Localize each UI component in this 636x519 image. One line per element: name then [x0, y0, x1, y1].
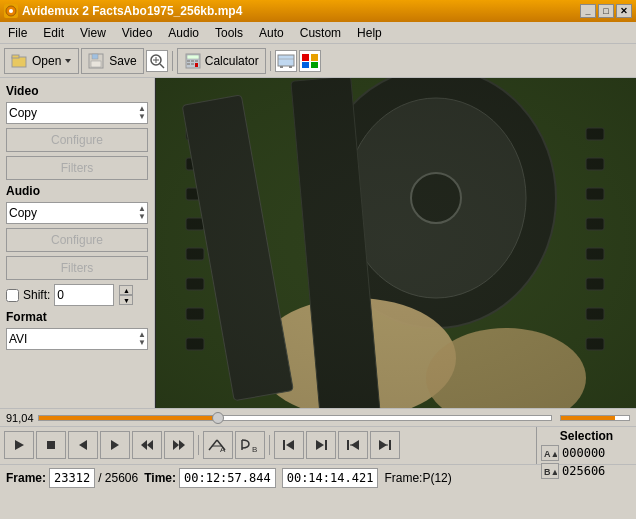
color-button[interactable]: [299, 50, 321, 72]
open-icon: [11, 53, 29, 69]
fast-forward-icon: [172, 439, 186, 451]
stop-button[interactable]: [36, 431, 66, 459]
svg-rect-22: [280, 66, 283, 68]
video-preview: [155, 78, 636, 408]
play-button[interactable]: [4, 431, 34, 459]
svg-rect-23: [289, 66, 292, 68]
menu-auto[interactable]: Auto: [251, 24, 292, 42]
time-label: Time:: [144, 471, 176, 485]
svg-marker-53: [15, 440, 24, 450]
shift-row: Shift: ▲ ▼: [6, 284, 148, 306]
calculator-button[interactable]: Calculator: [177, 48, 266, 74]
seek-thumb[interactable]: [212, 412, 224, 424]
video-filters-button[interactable]: Filters: [6, 156, 148, 180]
svg-marker-68: [286, 440, 294, 450]
selection-b-row: B▲ 025606: [541, 463, 632, 479]
svg-rect-6: [92, 54, 98, 59]
menu-bar: File Edit View Video Audio Tools Auto Cu…: [0, 22, 636, 44]
seek-fill-right: [561, 416, 615, 420]
menu-edit[interactable]: Edit: [35, 24, 72, 42]
svg-marker-70: [316, 440, 324, 450]
svg-rect-15: [191, 60, 194, 62]
mark-b-button[interactable]: B: [235, 431, 265, 459]
left-panel: Video Copy ▲▼ Configure Filters Audio Co…: [0, 78, 155, 408]
svg-rect-7: [91, 61, 101, 67]
svg-rect-20: [278, 55, 294, 66]
go-start-button[interactable]: [274, 431, 304, 459]
zoom-icon: [149, 53, 165, 69]
svg-rect-19: [195, 63, 198, 67]
frame-type-field: Frame:P(12): [384, 471, 451, 485]
selection-b-value: 025606: [562, 464, 605, 478]
mark-b-icon: B: [239, 438, 261, 452]
open-dropdown-icon: [64, 57, 72, 65]
window-title: Avidemux 2 FactsAbo1975_256kb.mp4: [22, 4, 242, 18]
shift-up-button[interactable]: ▲: [119, 285, 133, 295]
seek-bar-right[interactable]: [560, 415, 630, 421]
preview-image: [156, 78, 636, 408]
mark-a-icon: A: [207, 438, 229, 452]
format-select[interactable]: AVI: [6, 328, 148, 350]
frame-label: Frame:: [6, 471, 46, 485]
selection-a-value: 000000: [562, 446, 605, 460]
time-field: Time: 00:12:57.844: [144, 468, 276, 488]
menu-custom[interactable]: Custom: [292, 24, 349, 42]
minimize-button[interactable]: _: [580, 4, 596, 18]
svg-marker-57: [141, 440, 147, 450]
prev-keyframe-icon: [346, 439, 360, 451]
toolbar-separator-2: [270, 51, 271, 71]
next-keyframe-icon: [378, 439, 392, 451]
close-button[interactable]: ✕: [616, 4, 632, 18]
open-button[interactable]: Open: [4, 48, 79, 74]
shift-input[interactable]: [54, 284, 114, 306]
video-configure-button[interactable]: Configure: [6, 128, 148, 152]
menu-help[interactable]: Help: [349, 24, 390, 42]
shift-checkbox[interactable]: [6, 289, 19, 302]
play-icon: [13, 439, 25, 451]
prev-keyframe-button[interactable]: [338, 431, 368, 459]
zoom-button[interactable]: [146, 50, 168, 72]
svg-marker-60: [179, 440, 185, 450]
save-button[interactable]: Save: [81, 48, 143, 74]
format-section-label: Format: [6, 310, 148, 324]
calculator-icon: [184, 53, 202, 69]
selection-title: Selection: [541, 429, 632, 443]
title-bar: Avidemux 2 FactsAbo1975_256kb.mp4 _ □ ✕: [0, 0, 636, 22]
maximize-button[interactable]: □: [598, 4, 614, 18]
menu-tools[interactable]: Tools: [207, 24, 251, 42]
prev-frame-button[interactable]: [68, 431, 98, 459]
transport-sep-1: [198, 435, 199, 455]
go-end-button[interactable]: [306, 431, 336, 459]
shift-down-button[interactable]: ▼: [119, 295, 133, 305]
frame-value: 23312: [49, 468, 95, 488]
audio-filters-button[interactable]: Filters: [6, 256, 148, 280]
seek-position-label: 91,04: [6, 412, 34, 424]
video-codec-select[interactable]: Copy: [6, 102, 148, 124]
menu-audio[interactable]: Audio: [160, 24, 207, 42]
settings-button[interactable]: [275, 50, 297, 72]
svg-rect-3: [12, 55, 19, 58]
time-value: 00:12:57.844: [179, 468, 276, 488]
svg-marker-4: [65, 59, 71, 63]
menu-video[interactable]: Video: [114, 24, 160, 42]
selection-a-badge: A▲: [541, 445, 559, 461]
seek-bar[interactable]: [38, 415, 552, 421]
settings-icon: [277, 53, 295, 69]
audio-configure-button[interactable]: Configure: [6, 228, 148, 252]
next-frame-button[interactable]: [100, 431, 130, 459]
menu-view[interactable]: View: [72, 24, 114, 42]
menu-file[interactable]: File: [0, 24, 35, 42]
selection-a-row: A▲ 000000: [541, 445, 632, 461]
rewind-button[interactable]: [132, 431, 162, 459]
mark-b-small-icon: B▲: [543, 465, 557, 477]
app-icon: [4, 4, 18, 18]
mark-a-button[interactable]: A: [203, 431, 233, 459]
fast-forward-button[interactable]: [164, 431, 194, 459]
next-keyframe-button[interactable]: [370, 431, 400, 459]
svg-rect-14: [187, 60, 190, 62]
svg-text:A▲: A▲: [544, 449, 557, 459]
prev-frame-icon: [77, 439, 89, 451]
audio-section-label: Audio: [6, 184, 148, 198]
audio-codec-select[interactable]: Copy: [6, 202, 148, 224]
transport-area: A B: [0, 427, 536, 463]
